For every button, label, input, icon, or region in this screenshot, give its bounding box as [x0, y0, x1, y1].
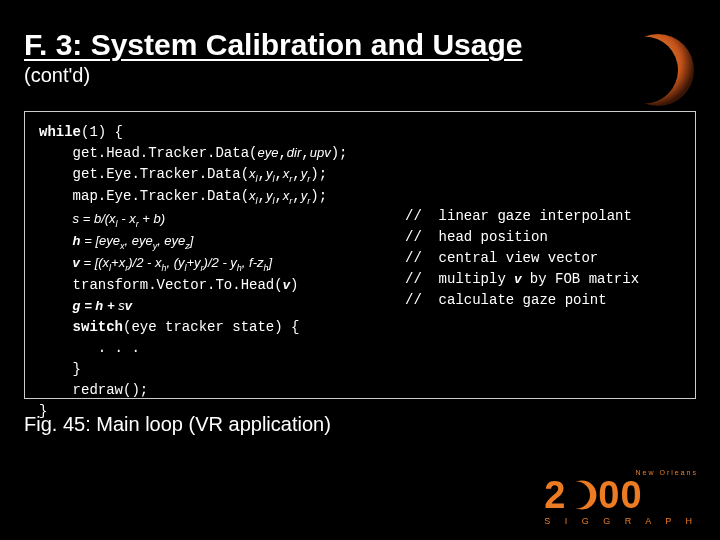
logo-name: S I G G R A P H	[544, 516, 698, 526]
code-comments: // linear gaze interpolant // head posit…	[405, 122, 639, 311]
slide-title: F. 3: System Calibration and Usage	[24, 28, 696, 62]
moon-icon	[566, 479, 598, 511]
slide-subtitle: (cont'd)	[24, 64, 696, 87]
slide: F. 3: System Calibration and Usage (cont…	[0, 0, 720, 540]
logo-year: 2 0 0	[544, 476, 698, 514]
code-listing: while(1) { get.Head.Tracker.Data(eye,dir…	[24, 111, 696, 399]
siggraph-logo: New Orleans 2 0 0 S I G G R A P H	[544, 469, 698, 526]
header: F. 3: System Calibration and Usage (cont…	[0, 0, 720, 93]
